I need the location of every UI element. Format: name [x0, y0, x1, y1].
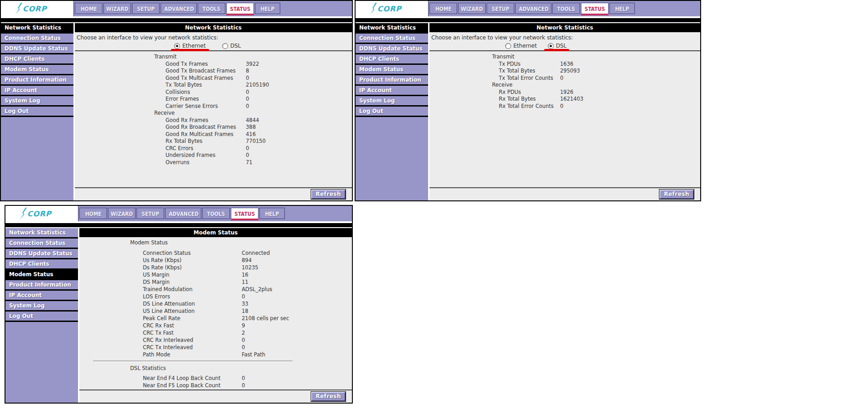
nav-tab[interactable]: TOOLS: [552, 3, 580, 14]
nav-tab[interactable]: HELP: [255, 3, 280, 14]
stat-rows: Good Tx Frames 3922 Good Tx Broadcast Fr…: [75, 61, 352, 110]
refresh-button[interactable]: Refresh: [311, 392, 346, 401]
page-title: Network Statistics: [75, 23, 352, 32]
stat-value: 0: [246, 89, 249, 96]
sidebar-item[interactable]: Connection Status: [1, 34, 73, 44]
header-bar: CORP HOME WIZARD SETUP ADVANCED: [5, 206, 352, 221]
nav-tab[interactable]: HOME: [79, 208, 107, 219]
radio-option[interactable]: DSL: [548, 43, 567, 49]
sidebar-item[interactable]: DHCP Clients: [356, 54, 428, 65]
nav-tab[interactable]: ADVANCED: [161, 3, 197, 14]
sidebar-item[interactable]: IP Account: [1, 86, 73, 96]
stat-value: 18: [242, 307, 249, 315]
radio-option[interactable]: Ethernet: [505, 43, 537, 49]
nav-tab[interactable]: SETUP: [137, 208, 164, 219]
nav-tab[interactable]: HELP: [259, 208, 285, 219]
nav-tab[interactable]: STATUS: [231, 208, 258, 219]
sidebar-item[interactable]: IP Account: [5, 291, 78, 301]
stat-row: Good Tx Multicast Frames 0: [75, 75, 352, 82]
lightning-bolt-icon: [370, 3, 377, 15]
panel-network-stats-dsl: CORP HOME WIZARD SETUP ADVANCED: [355, 0, 701, 201]
stat-label: Carrier Sense Errors: [166, 103, 218, 109]
nav-tab[interactable]: WIZARD: [108, 208, 136, 219]
nav-tab[interactable]: WIZARD: [103, 3, 131, 14]
stat-label: Connection Status: [143, 250, 190, 256]
nav-tab[interactable]: STATUS: [581, 3, 609, 14]
nav-tab-label: SETUP: [141, 208, 159, 219]
sidebar-item[interactable]: DHCP Clients: [1, 54, 73, 65]
sidebar-item[interactable]: Log Out: [5, 312, 78, 322]
sidebar-item-label: Modem Status: [5, 66, 49, 73]
nav-tab[interactable]: HELP: [610, 3, 635, 14]
radio-label: Ethernet: [513, 43, 537, 49]
sidebar-item[interactable]: Log Out: [1, 107, 73, 117]
sidebar-item[interactable]: Modem Status: [1, 65, 73, 75]
nav-tab-label: WIZARD: [461, 3, 483, 15]
nav-tab[interactable]: TOOLS: [202, 208, 230, 219]
stat-row: US Line Attenuation 18: [79, 307, 352, 315]
sidebar-item[interactable]: System Log: [1, 96, 73, 107]
sidebar-item[interactable]: DHCP Clients: [5, 259, 78, 270]
sidebar-item[interactable]: Modem Status: [5, 270, 78, 280]
sidebar-item[interactable]: System Log: [5, 301, 78, 312]
sidebar-item[interactable]: Product Information: [5, 280, 78, 291]
logo-letters: CORP: [23, 5, 48, 13]
sidebar-item[interactable]: DDNS Update Status: [356, 44, 428, 54]
nav-tab[interactable]: HOME: [75, 3, 102, 14]
stat-label: Rx Total Error Counts: [499, 103, 554, 109]
panel-modem-status: CORP HOME WIZARD SETUP ADVANCED: [5, 205, 353, 404]
sidebar-item[interactable]: Network Statistics: [1, 23, 73, 34]
sidebar-item-label: Connection Status: [5, 35, 61, 41]
stat-value: 33: [242, 300, 249, 307]
stat-row: US Margin 16: [79, 271, 352, 278]
sidebar-item[interactable]: Product Information: [356, 75, 428, 86]
radio-group: Ethernet DSL: [505, 41, 697, 50]
sidebar-item[interactable]: Product Information: [1, 75, 73, 86]
sidebar-item-label: Log Out: [5, 108, 29, 114]
sidebar-item-label: IP Account: [9, 292, 42, 298]
sidebar-item[interactable]: DDNS Update Status: [5, 249, 78, 259]
sidebar-item-label: DHCP Clients: [359, 56, 399, 62]
stat-label: Error Frames: [166, 96, 199, 102]
nav-tab[interactable]: TOOLS: [198, 3, 225, 14]
refresh-button[interactable]: Refresh: [311, 190, 346, 199]
sidebar-item[interactable]: Network Statistics: [5, 228, 78, 239]
sidebar-item[interactable]: Connection Status: [5, 239, 78, 249]
radio-option[interactable]: Ethernet: [174, 43, 206, 49]
stat-value: 10235: [242, 264, 258, 271]
stat-value: 0: [246, 145, 249, 152]
nav-tab[interactable]: SETUP: [132, 3, 160, 14]
sidebar-item[interactable]: IP Account: [356, 86, 428, 96]
nav-tab[interactable]: WIZARD: [458, 3, 486, 14]
section-heading: Transmit: [492, 54, 700, 61]
nav-tab-label: ADVANCED: [169, 208, 199, 219]
sidebar-item[interactable]: DDNS Update Status: [1, 44, 73, 54]
stat-row: Good Tx Frames 3922: [75, 61, 352, 68]
stat-label: US Margin: [143, 272, 170, 278]
sidebar-item[interactable]: Network Statistics: [356, 23, 428, 34]
sidebar-item[interactable]: Connection Status: [356, 34, 428, 44]
nav-tab[interactable]: HOME: [429, 3, 457, 14]
acorp-logo-graphic: CORP: [14, 3, 61, 15]
stat-label: CRC Rx Interleaved: [143, 337, 193, 343]
sidebar-item[interactable]: Log Out: [356, 107, 428, 117]
nav-tab-label: HOME: [435, 3, 452, 15]
stat-label: Good Tx Frames: [166, 61, 208, 67]
refresh-button[interactable]: Refresh: [659, 190, 694, 199]
stat-value: 0: [560, 103, 563, 110]
stats-section: Receive Good Rx Frames 4844 Good Rx Bro: [75, 110, 352, 166]
nav-tab[interactable]: SETUP: [487, 3, 514, 14]
stat-label: Rx Total Bytes: [499, 96, 536, 102]
sidebar-item-label: Log Out: [359, 108, 383, 114]
nav-tab[interactable]: STATUS: [226, 3, 254, 14]
nav-tab[interactable]: ADVANCED: [165, 208, 201, 219]
section-divider: [93, 360, 293, 362]
sidebar-item-label: IP Account: [359, 87, 392, 93]
stat-label: DS Margin: [143, 279, 170, 285]
radio-option[interactable]: DSL: [222, 43, 241, 49]
sidebar-item[interactable]: Modem Status: [356, 65, 428, 75]
sidebar-item[interactable]: System Log: [356, 96, 428, 107]
nav-tab-label: TOOLS: [203, 3, 221, 15]
stat-value: 1636: [560, 61, 573, 68]
nav-tab[interactable]: ADVANCED: [515, 3, 551, 14]
